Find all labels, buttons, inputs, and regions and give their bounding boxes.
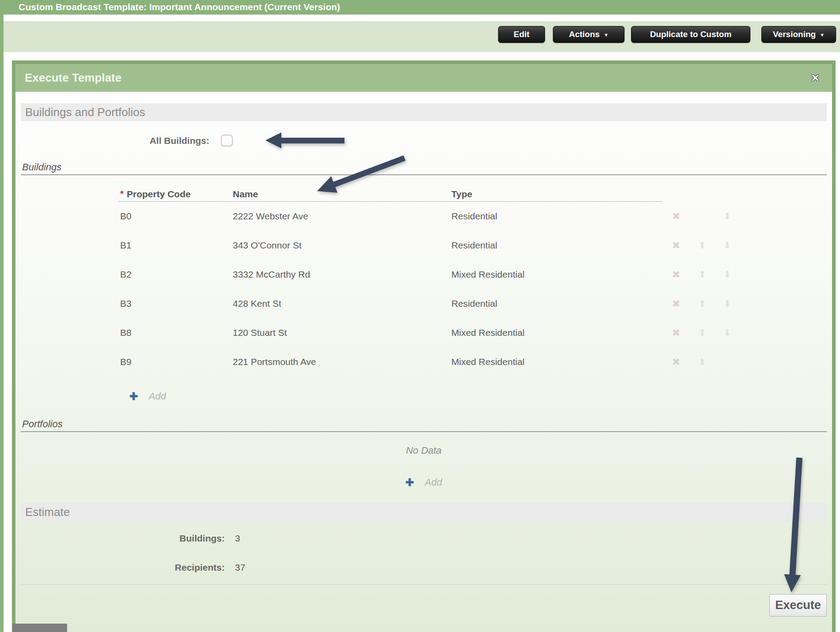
plus-icon: ✚ xyxy=(129,391,138,402)
column-header-property-code: Property Code xyxy=(127,189,191,199)
duplicate-to-custom-button[interactable]: Duplicate to Custom xyxy=(631,26,750,43)
edit-button[interactable]: Edit xyxy=(498,26,545,43)
cell-type: Mixed Residential xyxy=(451,318,525,347)
estimate-recipients-value: 37 xyxy=(235,562,245,573)
cell-property-code: B0 xyxy=(120,202,132,231)
cell-type: Residential xyxy=(451,231,497,260)
cell-name: 221 Portsmouth Ave xyxy=(233,347,316,376)
chevron-down-icon: ▼ xyxy=(820,32,825,38)
portfolios-no-data-text: No Data xyxy=(15,444,832,458)
add-portfolio-label: Add xyxy=(425,477,442,488)
cell-name: 428 Kent St xyxy=(233,289,281,318)
actions-button[interactable]: Actions ▼ xyxy=(553,26,624,43)
table-row: B9221 Portsmouth AveMixed Residential✖⬆ xyxy=(15,347,832,376)
versioning-button-label: Versioning xyxy=(773,30,816,39)
dialog-header: Execute Template ✕ xyxy=(15,64,832,92)
close-icon[interactable]: ✕ xyxy=(808,71,822,85)
section-header-estimate: Estimate xyxy=(21,503,827,521)
buildings-table-rows: B02222 Webster AveResidential✖⬇B1343 O'C… xyxy=(15,202,832,376)
duplicate-button-label: Duplicate to Custom xyxy=(650,30,732,39)
actions-button-label: Actions xyxy=(569,30,600,39)
cell-property-code: B9 xyxy=(120,347,132,376)
toolbar: Edit Actions ▼ Duplicate to Custom Versi… xyxy=(4,21,840,52)
add-building-link[interactable]: ✚ Add xyxy=(129,388,166,403)
edit-button-label: Edit xyxy=(514,30,530,39)
cell-type: Mixed Residential xyxy=(451,260,525,289)
cell-name: 2222 Webster Ave xyxy=(233,202,308,231)
move-row-down-icon[interactable]: ⬇ xyxy=(721,260,734,289)
footer-divider xyxy=(21,584,827,585)
delete-row-icon[interactable]: ✖ xyxy=(670,202,683,231)
dialog-title: Execute Template xyxy=(25,71,121,84)
delete-row-icon[interactable]: ✖ xyxy=(670,289,683,318)
all-buildings-label: All Buildings: xyxy=(15,135,209,147)
page-left-edge-strip xyxy=(0,0,4,632)
execute-template-dialog: Execute Template ✕ Buildings and Portfol… xyxy=(12,60,836,632)
cell-property-code: B3 xyxy=(120,289,132,318)
cell-property-code: B8 xyxy=(120,318,132,347)
move-row-down-icon[interactable]: ⬇ xyxy=(721,289,734,318)
column-header-name: Name xyxy=(233,189,258,199)
cell-type: Mixed Residential xyxy=(451,347,525,376)
chevron-down-icon: ▼ xyxy=(604,32,609,38)
column-header-type: Type xyxy=(451,189,472,199)
cell-property-code: B2 xyxy=(120,260,132,289)
dialog-body: Buildings and Portfolios All Buildings: … xyxy=(15,92,832,632)
move-row-up-icon[interactable]: ⬆ xyxy=(696,318,709,347)
versioning-button[interactable]: Versioning ▼ xyxy=(761,26,836,43)
table-row: B1343 O'Connor StResidential✖⬆⬇ xyxy=(15,231,832,260)
table-row: B23332 McCarthy RdMixed Residential✖⬆⬇ xyxy=(15,260,832,289)
horizontal-scrollbar-thumb[interactable] xyxy=(12,624,67,632)
delete-row-icon[interactable]: ✖ xyxy=(670,260,683,289)
required-asterisk: * xyxy=(120,189,124,199)
add-portfolio-link[interactable]: ✚ Add xyxy=(15,474,832,489)
delete-row-icon[interactable]: ✖ xyxy=(670,231,683,260)
cell-name: 3332 McCarthy Rd xyxy=(233,260,310,289)
move-row-up-icon[interactable]: ⬆ xyxy=(696,289,709,318)
page-title: Custom Broadcast Template: Important Ann… xyxy=(19,2,340,12)
delete-row-icon[interactable]: ✖ xyxy=(670,318,683,347)
estimate-recipients-label: Recipients: xyxy=(15,562,225,573)
all-buildings-checkbox[interactable] xyxy=(221,135,233,147)
move-row-up-icon[interactable]: ⬆ xyxy=(696,231,709,260)
section-header-buildings-and-portfolios: Buildings and Portfolios xyxy=(21,103,827,121)
move-row-down-icon[interactable]: ⬇ xyxy=(721,202,734,231)
buildings-subsection-label: Buildings xyxy=(21,162,827,175)
estimate-buildings-value: 3 xyxy=(235,533,240,544)
buildings-table-header: * Property Code Name Type xyxy=(118,189,662,202)
delete-row-icon[interactable]: ✖ xyxy=(670,347,683,376)
cell-type: Residential xyxy=(451,202,497,231)
move-row-up-icon[interactable]: ⬆ xyxy=(696,260,709,289)
portfolios-subsection-label: Portfolios xyxy=(21,418,827,432)
move-row-down-icon[interactable]: ⬇ xyxy=(721,318,734,347)
table-row: B8120 Stuart StMixed Residential✖⬆⬇ xyxy=(15,318,832,347)
page-title-bar: Custom Broadcast Template: Important Ann… xyxy=(0,0,840,15)
table-row: B3428 Kent StResidential✖⬆⬇ xyxy=(15,289,832,318)
move-row-down-icon[interactable]: ⬇ xyxy=(721,231,734,260)
cell-name: 343 O'Connor St xyxy=(233,231,302,260)
cell-type: Residential xyxy=(451,289,497,318)
estimate-buildings-label: Buildings: xyxy=(15,533,225,544)
table-row: B02222 Webster AveResidential✖⬇ xyxy=(15,202,832,231)
execute-button[interactable]: Execute xyxy=(769,594,827,617)
cell-name: 120 Stuart St xyxy=(233,318,287,347)
add-building-label: Add xyxy=(149,391,166,402)
plus-icon: ✚ xyxy=(405,477,414,488)
cell-property-code: B1 xyxy=(120,231,132,260)
move-row-up-icon[interactable]: ⬆ xyxy=(696,347,709,376)
